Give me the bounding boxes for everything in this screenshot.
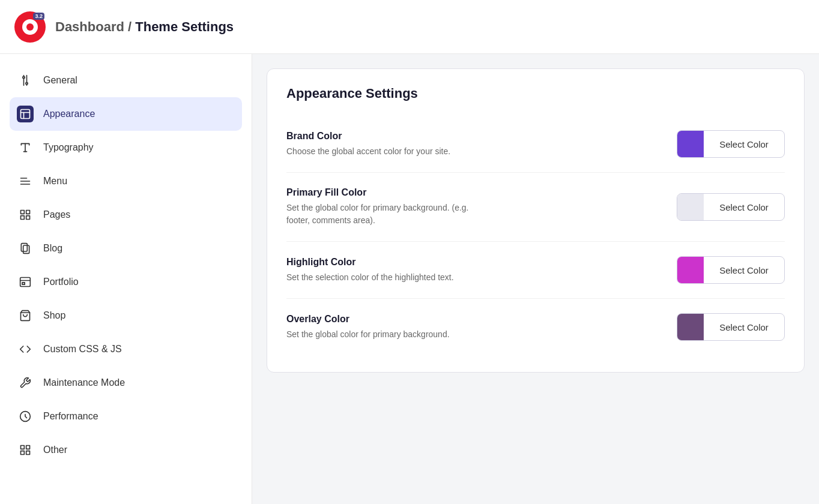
color-swatch-highlight-color: [677, 257, 704, 283]
sidebar-label-blog: Blog: [43, 243, 62, 254]
svg-rect-24: [26, 446, 30, 449]
svg-rect-12: [21, 211, 25, 214]
sidebar-item-shop[interactable]: Shop: [0, 299, 252, 332]
breadcrumb-prefix: Dashboard /: [55, 19, 135, 34]
menu-icon: [17, 173, 34, 190]
settings-desc-highlight-color: Set the selection color of the highlight…: [286, 271, 479, 284]
color-select-text-brand-color: Select Color: [704, 139, 784, 149]
sidebar-item-performance[interactable]: Performance: [0, 400, 252, 433]
svg-rect-6: [21, 110, 30, 119]
sidebar-item-other[interactable]: Other: [0, 433, 252, 467]
sliders-icon: [17, 72, 34, 89]
sidebar-label-menu: Menu: [43, 176, 67, 187]
pages-icon: [17, 206, 34, 223]
settings-row-overlay-color: Overlay Color Set the global color for p…: [286, 299, 785, 355]
svg-rect-20: [22, 283, 25, 284]
main-content: Appearance Settings Brand Color Choose t…: [252, 54, 819, 504]
sidebar-item-menu[interactable]: Menu: [0, 164, 252, 198]
sidebar-label-portfolio: Portfolio: [43, 277, 79, 287]
sidebar-label-maintenance: Maintenance Mode: [43, 377, 125, 388]
shop-icon: [17, 307, 34, 324]
settings-title-highlight-color: Highlight Color: [286, 257, 657, 268]
color-select-btn-highlight-color[interactable]: Select Color: [677, 256, 785, 284]
appearance-settings-card: Appearance Settings Brand Color Choose t…: [267, 68, 805, 373]
color-swatch-primary-fill-color: [677, 194, 704, 220]
sidebar-item-general[interactable]: General: [0, 64, 252, 97]
settings-desc-primary-fill-color: Set the global color for primary backgro…: [286, 202, 479, 227]
settings-label-overlay-color: Overlay Color Set the global color for p…: [286, 314, 657, 341]
logo-inner: [22, 19, 38, 35]
code-icon: [17, 341, 34, 358]
sidebar-item-portfolio[interactable]: Portfolio: [0, 265, 252, 299]
color-select-btn-brand-color[interactable]: Select Color: [677, 130, 785, 158]
sidebar-item-blog[interactable]: Blog: [0, 232, 252, 265]
svg-rect-25: [21, 451, 25, 455]
svg-rect-17: [23, 245, 29, 253]
sidebar-item-custom-css-js[interactable]: Custom CSS & JS: [0, 332, 252, 366]
performance-icon: [17, 408, 34, 425]
sidebar-label-other: Other: [43, 445, 67, 455]
sidebar-label-typography: Typography: [43, 142, 94, 153]
other-icon: [17, 442, 34, 458]
settings-title-brand-color: Brand Color: [286, 131, 657, 142]
blog-icon: [17, 240, 34, 257]
sidebar-label-performance: Performance: [43, 411, 98, 422]
color-swatch-overlay-color: [677, 314, 704, 340]
svg-rect-26: [26, 451, 30, 455]
sidebar-item-maintenance[interactable]: Maintenance Mode: [0, 366, 252, 400]
color-select-text-primary-fill-color: Select Color: [704, 202, 784, 212]
appearance-icon: [17, 106, 34, 122]
settings-desc-brand-color: Choose the global accent color for your …: [286, 145, 479, 158]
logo-dot: [26, 23, 34, 31]
sidebar-item-pages[interactable]: Pages: [0, 198, 252, 232]
sidebar-label-appearance: Appearance: [43, 109, 95, 119]
svg-rect-13: [26, 211, 30, 214]
settings-title-primary-fill-color: Primary Fill Color: [286, 187, 657, 198]
app-logo: 3.2: [14, 11, 46, 43]
color-select-text-highlight-color: Select Color: [704, 265, 784, 275]
color-select-btn-primary-fill-color[interactable]: Select Color: [677, 193, 785, 221]
settings-row-brand-color: Brand Color Choose the global accent col…: [286, 116, 785, 173]
sidebar-label-shop: Shop: [43, 310, 65, 321]
settings-desc-overlay-color: Set the global color for primary backgro…: [286, 328, 479, 341]
settings-label-highlight-color: Highlight Color Set the selection color …: [286, 257, 657, 284]
svg-rect-23: [21, 446, 25, 449]
svg-rect-14: [21, 216, 25, 220]
color-select-btn-overlay-color[interactable]: Select Color: [677, 313, 785, 341]
svg-rect-18: [20, 278, 31, 287]
svg-rect-15: [26, 216, 30, 220]
logo-badge: 3.2: [33, 13, 44, 20]
maintenance-icon: [17, 374, 34, 391]
sidebar-label-custom-css-js: Custom CSS & JS: [43, 344, 122, 355]
portfolio-icon: [17, 274, 34, 290]
svg-rect-16: [21, 244, 27, 251]
typography-icon: [17, 139, 34, 156]
settings-row-primary-fill-color: Primary Fill Color Set the global color …: [286, 173, 785, 242]
app-header: 3.2 Dashboard / Theme Settings: [0, 0, 819, 54]
color-select-text-overlay-color: Select Color: [704, 322, 784, 332]
settings-label-brand-color: Brand Color Choose the global accent col…: [286, 131, 657, 158]
sidebar-item-appearance[interactable]: Appearance: [10, 97, 242, 131]
sidebar-label-general: General: [43, 75, 77, 86]
breadcrumb-main: Theme Settings: [135, 19, 234, 34]
sidebar-item-typography[interactable]: Typography: [0, 131, 252, 164]
section-title: Appearance Settings: [286, 86, 785, 101]
settings-title-overlay-color: Overlay Color: [286, 314, 657, 325]
page-title: Dashboard / Theme Settings: [55, 19, 234, 35]
sidebar-label-pages: Pages: [43, 209, 70, 220]
settings-row-highlight-color: Highlight Color Set the selection color …: [286, 242, 785, 299]
settings-label-primary-fill-color: Primary Fill Color Set the global color …: [286, 187, 657, 227]
color-swatch-brand-color: [677, 131, 704, 157]
sidebar: General Appearance Typography Menu Pages…: [0, 54, 252, 504]
